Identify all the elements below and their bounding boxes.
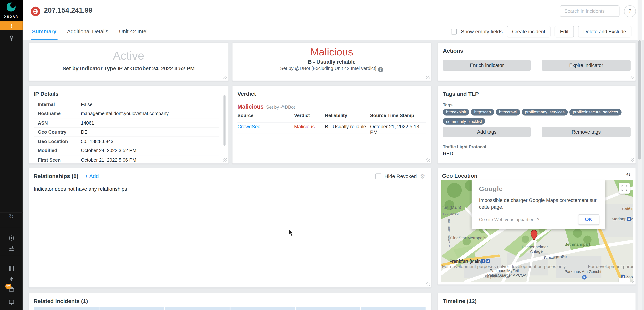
edit-button[interactable]: Edit bbox=[554, 26, 574, 37]
resize-handle[interactable] bbox=[630, 280, 634, 283]
row-label: Hostname bbox=[34, 111, 81, 116]
reliability-cell: B - Usually reliable bbox=[325, 124, 366, 129]
header-cell[interactable] bbox=[165, 307, 230, 310]
row-label: ASN bbox=[34, 120, 81, 125]
tab-summary[interactable]: Summary bbox=[27, 23, 62, 40]
row-value: False bbox=[81, 102, 92, 107]
header-cell[interactable] bbox=[361, 307, 426, 310]
header-cell[interactable] bbox=[230, 307, 295, 310]
add-tags-button[interactable]: Add tags bbox=[443, 127, 531, 137]
row-value: October 21, 2022 5:06 PM bbox=[81, 157, 136, 162]
map-label: CineStar Metropolis bbox=[450, 236, 486, 240]
docs-icon[interactable] bbox=[0, 263, 23, 274]
timeline-card: Timeline (12) bbox=[438, 293, 636, 310]
tags-tlp-card: Tags and TLP Tags http:exploithttp:scanh… bbox=[438, 86, 636, 164]
col-reliability[interactable]: Reliability bbox=[325, 113, 347, 118]
table-row: Geo Location50.1188:8.6843 bbox=[34, 137, 219, 146]
tags-list: http:exploithttp:scanhttp:crawlprofile:m… bbox=[443, 108, 630, 126]
xsoar-logo-label: XSOAR bbox=[0, 15, 23, 19]
resize-handle[interactable] bbox=[630, 158, 634, 162]
sidebar-alert-banner[interactable]: ! bbox=[0, 21, 23, 30]
tab-unit42-intel[interactable]: Unit 42 Intel bbox=[114, 23, 153, 40]
row-value: 50.1188:8.6843 bbox=[81, 139, 114, 144]
xsoar-indicator-page: XSOAR ! ↻ bbox=[0, 0, 644, 310]
create-incident-button[interactable]: Create incident bbox=[507, 26, 550, 37]
zoom-control[interactable] bbox=[619, 278, 630, 282]
transit-u-badge: U bbox=[481, 259, 485, 263]
col-source[interactable]: Source bbox=[238, 113, 254, 118]
tab-additional-details[interactable]: Additional Details bbox=[62, 23, 114, 40]
resize-handle[interactable] bbox=[426, 158, 430, 162]
gear-icon[interactable]: ⚙ bbox=[420, 173, 425, 180]
filters-icon[interactable] bbox=[0, 243, 23, 254]
expire-indicator-button[interactable]: Expire indicator bbox=[542, 60, 630, 71]
enrich-indicator-button[interactable]: Enrich indicator bbox=[443, 60, 531, 71]
sidebar-divider bbox=[0, 227, 23, 227]
fullscreen-button[interactable] bbox=[619, 183, 630, 194]
tag-chip[interactable]: http:exploit bbox=[443, 109, 469, 115]
parking-icon: P bbox=[582, 275, 586, 280]
search-input[interactable] bbox=[560, 5, 620, 17]
col-timestamp[interactable]: Source Time Stamp bbox=[370, 113, 414, 118]
map-marker[interactable] bbox=[530, 230, 538, 241]
relationships-title: Relationships (0) bbox=[34, 173, 78, 179]
map-watermark: For development purposes only bbox=[442, 264, 505, 269]
map-watermark: For development purposes only bbox=[588, 264, 633, 269]
geo-location-card: Geo Location ↻ bbox=[438, 168, 636, 285]
verdict-card-title: Verdict bbox=[238, 91, 256, 97]
map-label: Frankfurt (Main) bbox=[450, 259, 482, 264]
map-error-message: Impossible de charger Google Maps correc… bbox=[479, 197, 600, 211]
resize-handle[interactable] bbox=[224, 76, 227, 79]
tag-chip[interactable]: profile:insecure_services bbox=[570, 109, 621, 115]
map-label: eburgweg bbox=[442, 211, 458, 215]
table-row: First SeenOctober 21, 2022 5:06 PM bbox=[34, 155, 219, 164]
resize-handle[interactable] bbox=[224, 158, 227, 162]
delete-exclude-button[interactable]: Delete and Exclude bbox=[578, 26, 631, 37]
table-row: InternalFalse bbox=[34, 100, 219, 109]
hide-revoked-label: Hide Revoked bbox=[384, 173, 417, 179]
hide-revoked-checkbox[interactable] bbox=[376, 173, 381, 179]
map-ok-button[interactable]: OK bbox=[578, 214, 599, 225]
col-verdict[interactable]: Verdict bbox=[294, 113, 310, 118]
refresh-icon[interactable]: ↻ bbox=[626, 171, 630, 178]
dashboard-icon[interactable] bbox=[0, 297, 23, 307]
add-relationship-link[interactable]: + Add bbox=[85, 173, 99, 179]
tag-chip[interactable]: profile:many_services bbox=[522, 109, 568, 115]
table-row: ASN14061 bbox=[34, 118, 219, 128]
map-error-popup: Google Impossible de charger Google Maps… bbox=[472, 180, 605, 229]
map-label: Eschenheimer bbox=[522, 245, 548, 249]
pin-icon[interactable] bbox=[0, 33, 23, 44]
google-logo: Google bbox=[479, 185, 598, 193]
remove-tags-button[interactable]: Remove tags bbox=[542, 127, 630, 137]
tag-chip[interactable]: community-blocklist bbox=[443, 118, 485, 125]
map-owner-question[interactable]: Ce site Web vous appartient ? bbox=[479, 217, 540, 222]
map-label: Bethmannpark bbox=[564, 242, 591, 247]
tag-chip[interactable]: http:scan bbox=[471, 109, 494, 115]
resize-handle[interactable] bbox=[426, 76, 430, 79]
header-cell[interactable] bbox=[34, 307, 98, 310]
show-empty-fields-checkbox[interactable] bbox=[451, 29, 457, 34]
help-button[interactable]: ? bbox=[624, 5, 636, 17]
verdict-set-by: Set by @DBot [Excluding Unit 42 Intel ve… bbox=[232, 66, 431, 72]
header-cell[interactable] bbox=[100, 307, 164, 310]
ip-details-title: IP Details bbox=[34, 91, 58, 97]
header-cell[interactable] bbox=[296, 307, 360, 310]
target-icon[interactable] bbox=[0, 233, 23, 243]
page-scrollbar-thumb[interactable] bbox=[638, 40, 641, 160]
map[interactable]: furt (Main) eburgweg Im Trutz Frankfurt … bbox=[441, 180, 633, 282]
resize-handle[interactable] bbox=[630, 76, 634, 79]
tags-label: Tags bbox=[443, 102, 452, 107]
automation-icon[interactable] bbox=[0, 274, 23, 284]
verdict-help-icon[interactable]: ? bbox=[378, 67, 383, 72]
xsoar-logo-icon bbox=[0, 0, 23, 12]
xsoar-logo[interactable]: XSOAR bbox=[0, 0, 23, 21]
resize-handle[interactable] bbox=[426, 282, 430, 286]
sync-icon[interactable]: ↻ bbox=[0, 211, 23, 222]
timestamp-cell: October 21, 2022 5:13 PM bbox=[370, 124, 426, 135]
tag-chip[interactable]: http:crawl bbox=[496, 109, 520, 115]
ip-details-table: InternalFalse Hostnamemanagemental.dont.… bbox=[34, 100, 219, 164]
card-scrollbar[interactable] bbox=[224, 95, 226, 146]
incidents-icon[interactable]: 22 bbox=[0, 284, 23, 295]
source-link[interactable]: CrowdSec bbox=[238, 124, 260, 129]
map-label: Parkhaus Am Gericht bbox=[564, 269, 601, 274]
